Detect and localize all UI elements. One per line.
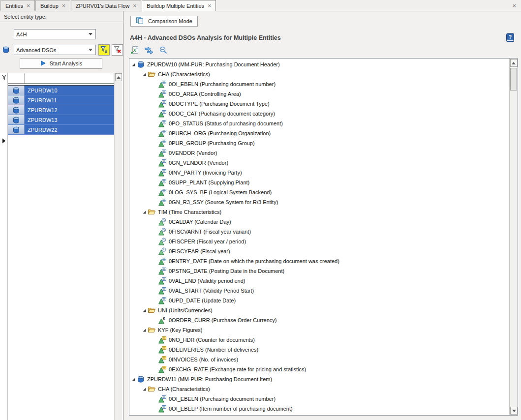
scroll-down-button[interactable] [510,407,518,415]
tree-row[interactable]: TIM (Time Characteristics) [129,207,509,217]
tree-row-label: 0DOC_CAT (Puchasing document category) [169,111,275,117]
expand-arrow-icon[interactable] [141,210,147,214]
tree-row[interactable]: CHA (Characteristics) [129,69,509,79]
entity-list-item[interactable]: ZPURDW13 [8,115,114,125]
folder-icon [148,306,155,314]
tree-row[interactable]: 0FISCPER (Fiscal year / period) [129,237,509,246]
tree-row[interactable]: 0DELIVERIES (Number of deliveries) [129,345,509,355]
tree-row-label: 0CALDAY (Calendar Day) [169,219,231,225]
tree-row[interactable]: 0EXCHG_RATE (Exchange rate for pricing a… [129,364,509,374]
tab-close-icon[interactable]: × [27,3,30,8]
char-icon [158,188,166,196]
expand-arrow-icon[interactable] [141,387,147,391]
system-dropdown[interactable]: A4H [14,29,96,39]
comparison-mode-button[interactable]: Comparison Mode [130,16,198,27]
expand-arrow-icon[interactable] [141,308,147,313]
tree-row[interactable]: UNI (Units/Currencies) [129,305,509,315]
tree-row-label: 0FISCYEAR (Fiscal year) [169,248,230,254]
tree-row[interactable]: 0DOC_CAT (Puchasing document category) [129,109,509,119]
entity-list-scrollbar[interactable] [114,73,122,420]
zoom-out-icon[interactable] [158,46,168,55]
tree-row-label: CHA (Characteristics) [158,386,210,392]
close-icon[interactable]: × [512,2,516,9]
list-header-icon-col[interactable] [8,73,25,84]
tree-row[interactable]: CHA (Characteristics) [129,384,509,394]
dso-database-icon [8,115,25,124]
tree-row[interactable]: 0VAL_START (Validity Period Start) [129,286,509,296]
scroll-up-button[interactable] [510,59,518,67]
tree-row[interactable]: 0FISCYEAR (Fiscal year) [129,246,509,256]
tree-row[interactable]: 0LOG_SYS_BE (Logical System Backend) [129,187,509,197]
tree-scrollbar[interactable] [509,59,518,415]
tree-row[interactable]: 0NO_HDR (Counter for documents) [129,335,509,345]
tree-row[interactable]: 0UPD_DATE (Update Date) [129,296,509,305]
char-icon [158,139,166,147]
char-icon [158,100,166,108]
tree-row[interactable]: 0PSTNG_DATE (Posting Date in the Documen… [129,266,509,276]
tree-row[interactable]: 0PURCH_ORG (Purchasing Organization) [129,128,509,138]
export-excel-icon[interactable]: X [130,46,140,55]
entity-type-dropdown-value: Advanced DSOs [16,47,89,53]
tab-zpurv01-s-data-flow[interactable]: ZPURV01's Data Flow× [71,0,142,11]
tree-row[interactable]: 0OI_EBELP (Item number of purchasing doc… [129,404,509,414]
tree-row[interactable]: ZPURDW11 (MM-PUR: Purchasing Document It… [129,374,509,384]
tree-row[interactable]: 0PUR_GROUP (Purchasing Group) [129,138,509,148]
help-book-icon[interactable]: ? [506,33,515,44]
entity-list-item[interactable]: ZPURDW10 [8,86,114,95]
expand-arrow-icon[interactable] [141,328,147,332]
current-row-pointer-icon [2,138,6,145]
tree-row[interactable]: 0INVOICES (No. of invoices) [129,355,509,364]
tree-row[interactable]: 0CALDAY (Calendar Day) [129,217,509,227]
tree-row[interactable]: $0ORDER_CURR (Purchase Order Currency) [129,315,509,325]
list-header-name-col[interactable] [25,73,114,84]
tab-buildup[interactable]: Buildup× [35,0,70,11]
tab-close-icon[interactable]: × [208,3,211,8]
chevron-down-icon [89,33,92,35]
tree-row[interactable]: 0DOCTYPE (Purchasing Document Type) [129,99,509,109]
edit-filter-button[interactable] [98,44,110,56]
tree-row-label: 0PSTNG_DATE (Posting Date in the Documen… [169,268,284,274]
time-icon [158,218,166,226]
tree-row[interactable]: 0GN_R3_SSY (Source System for R/3 Entity… [129,197,509,207]
tree-row-label: 0EXCHG_RATE (Exchange rate for pricing a… [169,366,306,372]
folder-icon [148,70,155,78]
tree-row-label: 0DELIVERIES (Number of deliveries) [169,347,258,353]
tab-entities[interactable]: Entities× [0,0,35,11]
tree-row[interactable]: 0OI_EBELN (Purchasing document number) [129,394,509,404]
tree-row[interactable]: 0CO_AREA (Controlling Area) [129,89,509,99]
entity-list-item[interactable]: ZPURDW12 [8,105,114,115]
filter-row-funnel-icon[interactable] [1,74,7,81]
comparison-pages-icon [136,17,145,26]
forward-arrows-icon[interactable] [144,46,154,55]
tab-close-icon[interactable]: × [133,3,136,8]
tree-row[interactable]: 0SUPP_PLANT (Supplying Plant) [129,178,509,187]
tab-close-icon[interactable]: × [62,3,65,8]
expand-arrow-icon[interactable] [141,72,147,77]
tree-row-label: 0NO_HDR (Counter for documents) [169,337,255,343]
tree-row[interactable]: 0OI_EBELN (Purchasing document number) [129,79,509,89]
clear-filter-button[interactable] [112,44,123,56]
tree-row[interactable]: 0INV_PARTY (Invoicing Party) [129,168,509,178]
scroll-up-button[interactable] [115,73,122,81]
tree-row[interactable]: 0PO_STATUS (Status of purchasing documen… [129,119,509,128]
scrollbar-thumb[interactable] [510,68,517,90]
tree-row[interactable]: KYF (Key Figures) [129,325,509,335]
dso-database-icon [8,105,25,115]
char-icon [158,149,166,157]
tree-row[interactable]: ZPURDW10 (MM-PUR: Purchasing Document He… [129,60,509,69]
kyf-icon [158,346,166,354]
dso-icon [137,60,145,68]
entity-list-item[interactable]: ZPURDW22 [8,125,114,135]
tree-row[interactable]: 0ENTRY_DATE (Date on which the purchasin… [129,256,509,266]
start-analysis-button[interactable]: Start Analysis [20,58,102,69]
tree-row[interactable]: 0VENDOR (Vendor) [129,148,509,158]
expand-arrow-icon[interactable] [130,62,136,67]
tree-row[interactable]: 0GN_VENDOR (Vendor) [129,158,509,168]
tab-buildup-multiple-entities[interactable]: Buildup Multiple Entities× [142,0,216,11]
entity-type-dropdown[interactable]: Advanced DSOs [14,45,96,55]
folder-icon [148,326,155,334]
tree-row[interactable]: 0VAL_END (Validity period end) [129,276,509,286]
entity-list-item[interactable]: ZPURDW11 [8,95,114,105]
tree-row[interactable]: 0FISCVARNT (Fiscal year variant) [129,227,509,237]
expand-arrow-icon[interactable] [130,377,136,382]
